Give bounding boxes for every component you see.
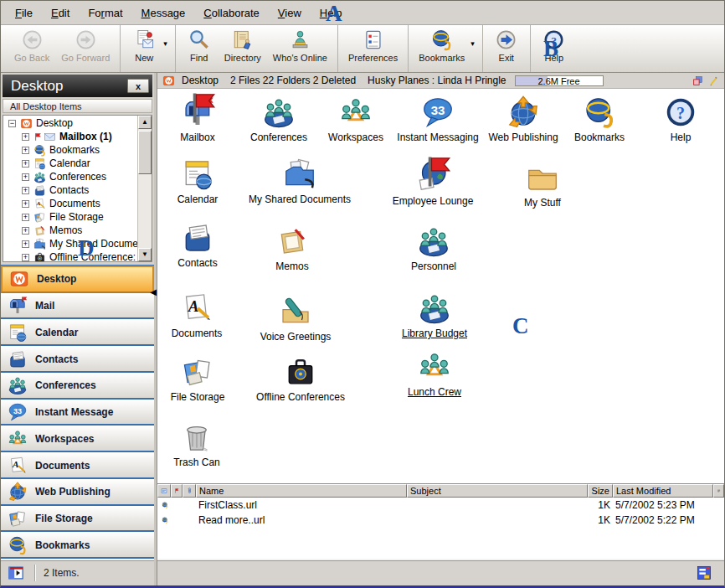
tree-item-offline-conference-[interactable]: +Offline Conference: [3, 250, 137, 261]
dropdown-arrow-icon[interactable]: ▾ [163, 39, 171, 58]
sidebar-item-web-publishing[interactable]: Web Publishing [1, 479, 154, 506]
desktop-items-filter[interactable]: All Desktop Items [3, 99, 152, 113]
close-panel-button[interactable]: x [127, 79, 149, 93]
desktop-icon-trash-can[interactable]: Trash Can [157, 420, 249, 468]
size-column-header[interactable]: Size [588, 484, 613, 498]
menu-item-view[interactable]: View [269, 4, 311, 22]
container-header: Desktop 2 Files 22 Folders 2 Deleted Hus… [157, 73, 724, 89]
desktop-icon-file-storage[interactable]: File Storage [157, 355, 249, 403]
tree-expander-expand-icon[interactable]: + [22, 227, 29, 235]
attachment-column-header[interactable] [183, 484, 196, 498]
desktop-icon-memos[interactable]: Memos [240, 224, 344, 272]
sidebar-item-bookmarks[interactable]: Bookmarks [1, 532, 154, 559]
tree-expander-expand-icon[interactable]: + [22, 187, 29, 194]
menu-item-edit[interactable]: Edit [42, 4, 79, 22]
scroll-up-icon[interactable]: ▲ [138, 116, 152, 129]
tree-item-calendar[interactable]: +Calendar [3, 157, 137, 170]
desktop-icon-help[interactable]: Help [629, 95, 724, 143]
bookmarks-button[interactable]: Bookmarks [413, 25, 470, 72]
sidebar-item-mail[interactable]: Mail [1, 293, 154, 320]
exit-button[interactable]: Exit [487, 25, 526, 72]
tree-scrollbar[interactable]: ▲ ▼ [137, 116, 152, 261]
tree-expander-expand-icon[interactable]: + [22, 173, 29, 181]
sidebar-item-contacts[interactable]: Contacts [1, 346, 154, 373]
tree-expander-expand-icon[interactable]: + [22, 240, 29, 248]
sidebar-item-desktop[interactable]: Desktop [1, 266, 154, 293]
desktop-icon-contacts[interactable]: Contacts [157, 221, 249, 269]
sidebar-item-file-storage[interactable]: File Storage [1, 506, 154, 533]
tree-item-desktop[interactable]: −Desktop [3, 116, 137, 130]
tree-item-contacts[interactable]: +Contacts [3, 183, 137, 197]
desktop-icon-lunch-crew[interactable]: Lunch Crew [383, 350, 486, 398]
tree-item-file-storage[interactable]: +File Storage [3, 210, 137, 224]
desktop-icon-employee-lounge[interactable]: Employee Lounge [381, 159, 485, 207]
type-column-header[interactable] [157, 484, 171, 498]
menu-item-message[interactable]: Message [132, 4, 195, 22]
tree-item-conferences[interactable]: +Conferences [3, 170, 137, 183]
server-account-text: Husky Planes : Linda H Pringle [368, 75, 506, 86]
find-button[interactable]: Find [180, 25, 219, 72]
file-row-read-more-url[interactable]: Read more..url1K5/7/2002 5:22 PM [157, 513, 724, 528]
preferences-button[interactable]: Preferences [342, 25, 404, 72]
scrollbar-track[interactable] [138, 174, 152, 248]
dropdown-arrow-icon[interactable]: ▾ [470, 39, 478, 58]
desktop-icon-image [181, 157, 214, 191]
new-button[interactable]: New [125, 25, 163, 72]
desktop-icon-documents[interactable]: Documents [157, 291, 249, 339]
tree-item-my-shared-docume[interactable]: +My Shared Docume [3, 237, 137, 250]
tree-item-documents[interactable]: +Documents [3, 197, 137, 210]
panel-toggle-icon[interactable] [8, 565, 24, 581]
who-s-online-button[interactable]: Who's Online [267, 25, 333, 72]
desktop-icon-personnel[interactable]: Personnel [382, 224, 486, 272]
flag-column-header[interactable] [171, 484, 183, 498]
sidebar-item-documents[interactable]: Documents [1, 452, 154, 479]
filestorage-icon [8, 508, 28, 529]
people-disc-icon [418, 291, 451, 325]
find-icon [188, 28, 210, 51]
menu-item-collaborate[interactable]: Collaborate [194, 4, 269, 22]
tree-expander-expand-icon[interactable]: + [22, 160, 29, 168]
scrollbar-thumb[interactable] [138, 131, 152, 174]
desktop-icon-library-budget[interactable]: Library Budget [383, 291, 486, 339]
sidebar-item-instant-message[interactable]: Instant Message [1, 400, 154, 426]
tree-item-mailbox-1-[interactable]: +Mailbox (1) [3, 130, 137, 143]
desktop-icon-voice-greetings[interactable]: Voice Greetings [244, 295, 347, 343]
tree-item-bookmarks[interactable]: +Bookmarks [3, 143, 137, 157]
tree-expander-expand-icon[interactable]: + [22, 254, 29, 261]
tree-expander-expand-icon[interactable]: + [22, 133, 29, 141]
subject-column-header[interactable]: Subject [407, 484, 588, 498]
contacts-icon [33, 184, 46, 197]
column-menu-button[interactable] [713, 484, 724, 498]
file-row-firstclass-url[interactable]: FirstClass.url1K5/7/2002 5:23 PM [157, 498, 724, 513]
name-column-header[interactable]: Name [196, 484, 407, 498]
pages-icon[interactable] [692, 75, 703, 86]
desktop-icon-label: Memos [275, 260, 308, 272]
desktop-icon-offline-conferences[interactable]: Offline Conferences [249, 355, 352, 403]
tree-expander-expand-icon[interactable]: + [22, 147, 29, 154]
menu-item-format[interactable]: Format [79, 4, 131, 22]
menu-item-file[interactable]: File [6, 4, 42, 22]
sidebar-item-workspaces[interactable]: Workspaces [1, 426, 154, 452]
flag-cell [171, 513, 183, 528]
desktop-icon-my-stuff[interactable]: My Stuff [491, 161, 594, 209]
scroll-down-icon[interactable]: ▼ [138, 248, 152, 261]
sidebar-collapse-icon[interactable]: ◀ [150, 287, 157, 297]
form-grid-icon[interactable] [696, 565, 712, 581]
toolbar-button-label: New [135, 53, 153, 63]
tree-expander-collapse-icon[interactable]: − [8, 120, 16, 127]
toolbar-group: FindDirectoryWho's Online [176, 25, 338, 72]
fc-logo-icon [9, 269, 29, 289]
desktop-icon-calendar[interactable]: Calendar [157, 157, 249, 205]
tree-expander-expand-icon[interactable]: + [22, 214, 29, 221]
desktop-icon-label: Offline Conferences [256, 391, 345, 403]
modified-column-header[interactable]: Last Modified [613, 484, 713, 498]
tree-expander-expand-icon[interactable]: + [22, 200, 29, 208]
tree-item-label: File Storage [49, 211, 104, 223]
pencil-icon[interactable] [708, 75, 719, 86]
tree-item-memos[interactable]: +Memos [3, 224, 137, 237]
desktop-icon-my-shared-documents[interactable]: My Shared Documents [248, 157, 352, 205]
desktop-icon-label: File Storage [171, 391, 225, 403]
sidebar-item-conferences[interactable]: Conferences [1, 373, 154, 400]
sidebar-item-calendar[interactable]: Calendar [1, 319, 154, 346]
directory-button[interactable]: Directory [219, 25, 267, 72]
